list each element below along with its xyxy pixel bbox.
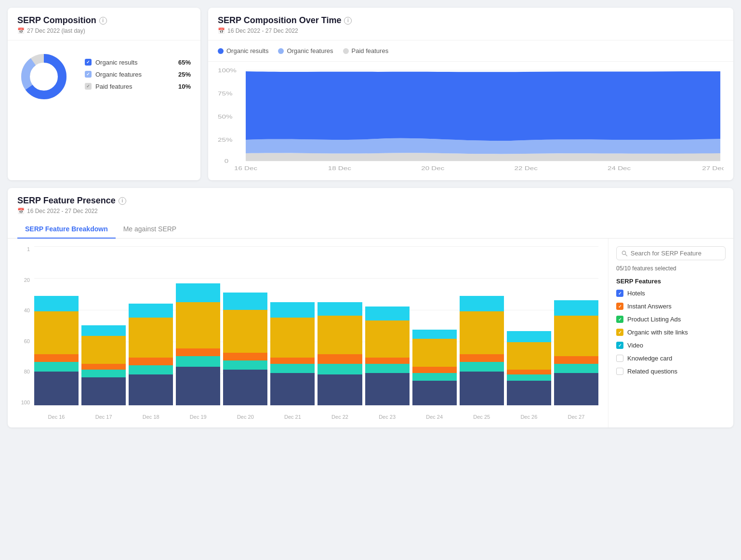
bar-segment <box>176 348 220 356</box>
bar-segment <box>412 339 457 367</box>
tab-serp-feature-breakdown[interactable]: SERP Feature Breakdown <box>17 220 116 239</box>
feature-cb-related-questions[interactable] <box>616 368 623 375</box>
serp-over-time-info-icon[interactable]: i <box>344 17 352 25</box>
svg-text:0: 0 <box>225 158 228 164</box>
bar-segment <box>34 311 79 355</box>
svg-line-21 <box>625 254 627 256</box>
bar-segment <box>554 300 598 316</box>
bar-segment <box>34 354 79 362</box>
bar-col-dec-27 <box>554 246 598 405</box>
feature-item-hotels[interactable]: ✓ Hotels <box>616 290 726 297</box>
bar-segment <box>176 302 220 348</box>
bar-segment <box>34 372 79 405</box>
bar-segment <box>81 370 126 377</box>
feature-cb-hotels[interactable]: ✓ <box>616 290 623 297</box>
feature-item-knowledge-card[interactable]: Knowledge card <box>616 355 726 362</box>
serp-feature-presence-title: SERP Feature Presence i <box>17 196 724 206</box>
bar-col-dec-24 <box>412 246 457 405</box>
feature-item-product-listing-ads[interactable]: ✓ Product Listing Ads <box>616 316 726 323</box>
x-label-dec-23: Dec 23 <box>365 414 410 420</box>
feature-cb-organic-site-links[interactable]: ✓ <box>616 329 623 336</box>
feature-name-knowledge-card: Knowledge card <box>627 355 672 362</box>
serp-composition-body: ✓ Organic results 65% ✓ Organic features… <box>8 40 200 113</box>
serp-composition-header: SERP Composition i 📅 27 Dec 2022 (last d… <box>8 8 200 40</box>
right-panel: 05/10 features selected SERP Features ✓ … <box>608 239 733 427</box>
feature-cb-knowledge-card[interactable] <box>616 355 623 362</box>
y-label-80: 80 <box>24 369 32 374</box>
legend-cb-organic-features: ✓ <box>85 71 92 78</box>
serp-feature-presence-info-icon[interactable]: i <box>119 197 126 205</box>
legend-item-organic-features: ✓ Organic features 25% <box>85 71 191 78</box>
feature-name-product-listing-ads: Product Listing Ads <box>627 316 681 323</box>
bar-segment <box>412 373 457 381</box>
tab-me-against-serp[interactable]: Me against SERP <box>116 220 185 239</box>
feature-item-video[interactable]: ✓ Video <box>616 342 726 349</box>
bar-col-dec-20 <box>223 246 267 405</box>
bar-chart-container: 1 20 40 60 80 100 <box>17 246 598 420</box>
serp-composition-card: SERP Composition i 📅 27 Dec 2022 (last d… <box>8 8 200 180</box>
tabs-bar: SERP Feature Breakdown Me against SERP <box>8 220 733 239</box>
x-label-dec-25: Dec 25 <box>460 414 504 420</box>
bar-segment <box>554 316 598 356</box>
y-label-1: 1 <box>27 246 32 252</box>
x-label-dec-17: Dec 17 <box>81 414 126 420</box>
legend-item-organic-features-time: Organic features <box>278 47 333 54</box>
y-label-100: 100 <box>21 400 32 405</box>
bar-segment <box>270 373 315 405</box>
bar-segment <box>460 311 504 355</box>
bar-segment <box>507 342 551 370</box>
serp-over-time-legend: Organic results Organic features Paid fe… <box>208 40 733 62</box>
bar-segment <box>554 356 598 364</box>
features-count: 05/10 features selected <box>616 265 726 272</box>
legend-cb-paid-features: ✓ <box>85 83 92 90</box>
serp-feature-presence-date: 📅 16 Dec 2022 - 27 Dec 2022 <box>17 208 724 214</box>
feature-cb-instant-answers[interactable]: ✓ <box>616 303 623 310</box>
svg-text:24 Dec: 24 Dec <box>608 165 631 171</box>
svg-text:27 Dec: 27 Dec <box>702 165 724 171</box>
features-title: SERP Features <box>616 278 726 285</box>
feature-item-organic-site-links[interactable]: ✓ Organic with site links <box>616 329 726 336</box>
feature-cb-product-listing-ads[interactable]: ✓ <box>616 316 623 323</box>
feature-item-instant-answers[interactable]: ✓ Instant Answers <box>616 303 726 310</box>
bar-segment <box>176 356 220 367</box>
legend-value-organic-features: 25% <box>178 71 191 78</box>
serp-feature-search-box[interactable] <box>616 246 726 260</box>
bar-segment <box>176 367 220 405</box>
legend-label-paid-features: Paid features <box>95 83 174 90</box>
feature-cb-video[interactable]: ✓ <box>616 342 623 349</box>
serp-over-time-date: 📅 16 Dec 2022 - 27 Dec 2022 <box>218 27 724 34</box>
serp-over-time-header: SERP Composition Over Time i 📅 16 Dec 20… <box>208 8 733 40</box>
bar-segment <box>412 367 457 373</box>
svg-text:75%: 75% <box>218 91 233 96</box>
serp-over-time-card: SERP Composition Over Time i 📅 16 Dec 20… <box>208 8 733 180</box>
bar-segment <box>223 360 267 370</box>
x-label-dec-22: Dec 22 <box>318 414 362 420</box>
bar-segment <box>507 381 551 405</box>
bar-segment <box>34 296 79 311</box>
serp-feature-presence-title-text: SERP Feature Presence <box>17 196 116 206</box>
legend-cb-organic-results: ✓ <box>85 59 92 66</box>
bar-col-dec-18 <box>129 246 173 405</box>
bar-segment <box>129 358 173 365</box>
bar-segment <box>129 365 173 374</box>
feature-item-related-questions[interactable]: Related questions <box>616 368 726 375</box>
svg-point-20 <box>622 251 625 254</box>
search-icon <box>622 250 628 257</box>
serp-composition-info-icon[interactable]: i <box>99 17 107 25</box>
x-label-dec-20: Dec 20 <box>223 414 267 420</box>
bar-segment <box>129 374 173 405</box>
feature-name-organic-site-links: Organic with site links <box>627 329 688 336</box>
feature-name-hotels: Hotels <box>627 290 645 297</box>
bar-segment <box>507 370 551 374</box>
x-axis: Dec 16Dec 17Dec 18Dec 19Dec 20Dec 21Dec … <box>34 414 598 420</box>
serp-composition-title: SERP Composition i <box>17 15 191 26</box>
bar-segment <box>176 283 220 302</box>
search-input[interactable] <box>631 250 720 257</box>
donut-chart <box>17 50 70 103</box>
bar-segment <box>223 353 267 360</box>
serp-feature-presence-header: SERP Feature Presence i 📅 16 Dec 2022 - … <box>8 188 733 220</box>
x-label-dec-26: Dec 26 <box>507 414 551 420</box>
bar-segment <box>318 302 362 316</box>
y-label-20: 20 <box>24 277 32 283</box>
legend-item-paid-features-time: Paid features <box>343 47 389 54</box>
